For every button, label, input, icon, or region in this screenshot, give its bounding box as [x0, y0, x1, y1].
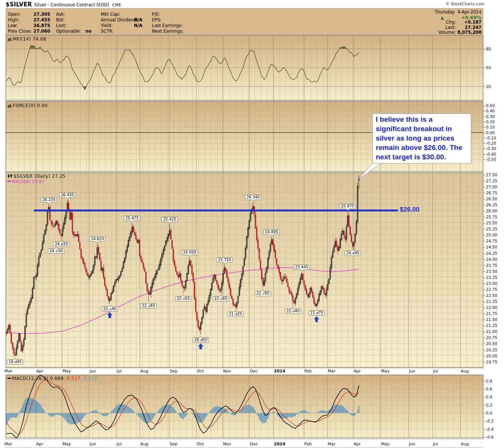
quote-field: Last: [56, 23, 91, 29]
month-label: Mar [5, 442, 12, 446]
y-axis-tick-label: 0.50 [484, 103, 495, 108]
price-callout: 22.040 [285, 309, 301, 314]
price-callout: 26.235 [41, 197, 57, 203]
quote-field-value: 27.060 [33, 29, 50, 34]
y-axis-tick-label: 24.75 [484, 239, 497, 243]
y-axis-tick-label: 0.6 [484, 387, 492, 391]
y-axis-tick-label: 22.75 [484, 287, 497, 292]
last-label: Last: [445, 25, 456, 30]
y-axis-tick-label: 23.25 [484, 275, 497, 280]
up-triangle-icon: ▲ [440, 15, 444, 20]
quote-field-value: 26.875 [33, 23, 50, 28]
quote-column-earnings: P/E:EPS:Last Earnings:Next Earnings: [152, 12, 186, 34]
month-label: Nov [223, 369, 231, 374]
macd-legend: MACD(12,26,9) 0.689, 0.517, 0.172 [8, 376, 97, 381]
ma-legend: MA(200) 23.57 [8, 179, 45, 184]
month-label: Jun [90, 369, 96, 374]
quote-field-value: N/A [134, 17, 143, 23]
month-label: Nov [223, 442, 231, 446]
quote-column-fundamentals: Mkt Cap:Annual Dividend:N/AYield:N/ASCTR… [101, 12, 143, 34]
y-axis-tick-label: 27.50 [484, 173, 497, 177]
month-label: Oct [197, 369, 204, 374]
y-axis-tick-label: 0.4 [484, 395, 492, 399]
y-axis-tick-label: 21.00 [484, 329, 497, 334]
y-axis-tick-label: -0.10 [484, 136, 496, 140]
month-label: Aug [461, 369, 469, 374]
y-axis-tick-label: -0.4 [484, 427, 494, 431]
price-callout: 24.620 [90, 236, 106, 242]
quote-field-label: Mkt Cap: [101, 12, 134, 17]
month-label: Mar [328, 369, 335, 374]
y-axis-tick-label: -0.2 [484, 419, 494, 423]
mfi-legend: MFI(14) 74.68 [8, 36, 46, 42]
y-axis-tick-label: 20.50 [484, 341, 497, 346]
quote-field: Prev Close:27.060 [8, 29, 50, 34]
month-label: May [62, 442, 71, 446]
quote-field-label: Last Earnings: [152, 23, 186, 29]
quote-field: Open:27.305 [8, 12, 50, 17]
month-label: Feb [304, 442, 311, 446]
price-callout: 25.975 [340, 204, 356, 209]
y-axis-tick-label: 26.00 [484, 209, 497, 213]
price-label: $SILVER (Daily) 27.25 [14, 174, 65, 179]
y-axis-tick-label: 24.25 [484, 251, 497, 256]
y-axis-tick-label: 26.50 [484, 197, 497, 201]
month-label: Mar [328, 442, 335, 446]
y-axis-tick-label: 20.00 [484, 354, 497, 358]
force-label: FORCE(0) 0.00 [13, 103, 48, 108]
quote-field-label: Low: [8, 23, 33, 29]
y-axis-tick-label: 22.50 [484, 293, 497, 298]
quote-field: Last Earnings: [152, 23, 186, 29]
quote-field: P/E: [152, 12, 186, 17]
y-axis-tick-label: 21.50 [484, 317, 497, 322]
chg-label: Chg: [446, 20, 456, 25]
quote-column-ohlc: Open:27.305High:27.455Low:26.875Prev Clo… [8, 12, 50, 34]
volume-value: 8,075,200 [457, 30, 481, 35]
price-callout: 22.555 [175, 296, 191, 301]
month-label: May [62, 369, 71, 374]
y-axis-tick-label: 23.50 [484, 269, 497, 274]
quote-date: Thursday 4-Apr-2024 [434, 10, 481, 15]
y-axis-tick-label: -0.30 [484, 146, 496, 151]
y-axis-tick-label: 0.10 [484, 125, 495, 129]
month-label: 2024 [274, 369, 285, 374]
month-label: Oct [197, 442, 204, 446]
y-axis-tick-label: 25.50 [484, 221, 497, 225]
price-callout: 22.785 [255, 291, 271, 296]
month-label: Apr [36, 442, 43, 446]
price-callout: 20.850 [193, 338, 209, 343]
price-callout: 22.140 [102, 306, 118, 312]
quote-field-label: SCTR: [101, 29, 134, 34]
y-axis-tick-label: -0.50 [484, 157, 496, 162]
month-label: Apr [354, 369, 361, 374]
y-axis-tick-label: -0.20 [484, 141, 496, 145]
annotation-note: I believe this is a significant breakout… [372, 114, 471, 163]
instrument-name: Silver - Continuous Contract (EOD) [34, 2, 109, 8]
price-callout: 24.445 [345, 251, 361, 256]
y-axis-tick-label: -0.40 [484, 152, 496, 156]
month-label: Aug [140, 369, 148, 374]
macd-line-swatch [8, 378, 11, 379]
y-axis-tick-label: 26.25 [484, 203, 497, 207]
price-callout: 24.530 [48, 248, 64, 254]
month-label: Feb [304, 369, 311, 374]
month-label: Apr [36, 369, 43, 374]
quote-field-label: Bid: [56, 17, 85, 23]
y-axis-tick-label: 50 [484, 65, 491, 70]
chg-value: +0.187 [457, 20, 481, 25]
y-axis-tick-label: 24.50 [484, 245, 497, 249]
stockcharts-credit: © StockCharts.com [446, 2, 484, 6]
y-axis-tick-label: 0.2 [484, 403, 492, 407]
candlestick-icon [8, 174, 12, 179]
quote-field-label: Prev Close: [8, 29, 33, 34]
month-label: Jul [433, 369, 438, 374]
quote-field-label: Next Earnings: [152, 29, 186, 34]
quote-change-block: Thursday 4-Apr-2024 ▲+0.69% Chg:+0.187 L… [434, 10, 481, 35]
force-legend: FORCE(0) 0.00 [8, 103, 48, 109]
quote-field: Optionable:no [56, 29, 91, 34]
macd-signal-value: , 0.517 [64, 376, 80, 381]
month-label: Apr [354, 442, 361, 446]
month-label: Jul [117, 442, 121, 446]
y-axis-tick-label: 80 [484, 47, 491, 51]
quote-summary-box: Open:27.305High:27.455Low:26.875Prev Clo… [6, 8, 483, 35]
